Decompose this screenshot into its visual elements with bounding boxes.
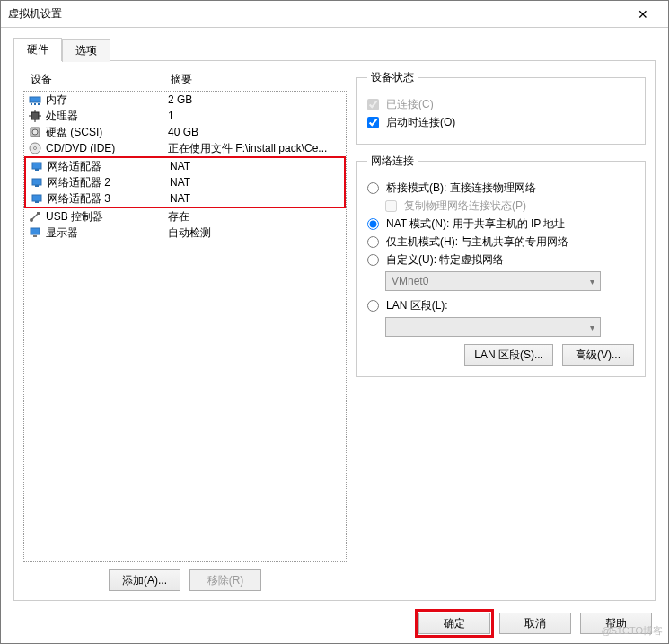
table-row[interactable]: 网络适配器 3 NAT (26, 190, 344, 207)
device-label: 处理器 (46, 109, 168, 124)
title-bar: 虚拟机设置 ✕ (1, 1, 668, 28)
hostonly-row: 仅主机模式(H): 与主机共享的专用网络 (367, 234, 634, 250)
custom-vmnet-select: VMnet0 ▾ (385, 271, 601, 291)
svg-rect-4 (31, 112, 39, 119)
table-row[interactable]: USB 控制器 存在 (24, 208, 346, 225)
svg-point-10 (32, 129, 38, 135)
bridged-radio[interactable] (367, 182, 379, 194)
cpu-icon (28, 109, 42, 123)
col-header-device: 设备 (27, 72, 171, 87)
advanced-button[interactable]: 高级(V)... (562, 344, 634, 366)
replicate-label: 复制物理网络连接状态(P) (404, 198, 526, 214)
content-area: 设备 摘要 内存 2 GB 处理器 1 硬 (13, 60, 656, 601)
nat-label: NAT 模式(N): 用于共享主机的 IP 地址 (386, 216, 565, 232)
table-row[interactable]: 硬盘 (SCSI) 40 GB (24, 124, 346, 140)
svg-rect-14 (35, 169, 39, 171)
svg-rect-21 (31, 228, 40, 234)
memory-icon (28, 93, 42, 107)
device-summary: 存在 (168, 209, 342, 225)
network-connection-group: 网络连接 桥接模式(B): 直接连接物理网络 复制物理网络连接状态(P) NAT… (356, 154, 646, 377)
connected-checkbox (367, 99, 379, 110)
cancel-button[interactable]: 取消 (499, 613, 571, 634)
svg-rect-22 (33, 235, 37, 237)
connect-at-power-on-row: 启动时连接(O) (367, 115, 634, 130)
left-panel: 设备 摘要 内存 2 GB 处理器 1 硬 (23, 70, 347, 591)
table-row[interactable]: 显示器 自动检测 (24, 225, 346, 241)
lan-segment-label: LAN 区段(L): (386, 298, 448, 313)
hostonly-radio[interactable] (367, 236, 379, 248)
close-button[interactable]: ✕ (625, 7, 661, 22)
svg-rect-1 (31, 103, 32, 105)
device-label: 网络适配器 2 (48, 175, 170, 190)
table-row[interactable]: CD/DVD (IDE) 正在使用文件 F:\install pack\Ce..… (24, 140, 346, 156)
nic-icon (30, 191, 44, 206)
lan-segment-select: ▾ (385, 317, 601, 337)
svg-rect-3 (38, 103, 40, 105)
device-label: 显示器 (46, 225, 168, 241)
chevron-down-icon: ▾ (590, 277, 594, 287)
custom-radio[interactable] (367, 254, 379, 266)
device-summary: NAT (170, 192, 340, 205)
network-connection-legend: 网络连接 (367, 154, 418, 169)
device-summary: 正在使用文件 F:\install pack\Ce... (168, 141, 342, 156)
window-title: 虚拟机设置 (8, 6, 625, 22)
svg-rect-0 (30, 97, 40, 102)
display-icon (28, 225, 42, 240)
table-row[interactable]: 内存 2 GB (24, 92, 346, 108)
bridged-label: 桥接模式(B): 直接连接物理网络 (386, 181, 536, 196)
tab-options[interactable]: 选项 (62, 39, 110, 62)
device-state-group: 设备状态 已连接(C) 启动时连接(O) (356, 70, 646, 145)
table-row[interactable]: 网络适配器 NAT (26, 158, 344, 174)
network-sub-buttons: LAN 区段(S)... 高级(V)... (367, 344, 634, 366)
add-device-button[interactable]: 添加(A)... (109, 569, 180, 591)
svg-rect-17 (32, 195, 41, 201)
hostonly-label: 仅主机模式(H): 与主机共享的专用网络 (386, 234, 568, 250)
lan-segment-row: LAN 区段(L): (367, 298, 634, 313)
tab-hardware[interactable]: 硬件 (13, 38, 62, 61)
ok-button[interactable]: 确定 (418, 613, 490, 634)
nat-radio[interactable] (367, 218, 379, 230)
connect-at-power-on-checkbox[interactable] (367, 117, 379, 128)
device-state-legend: 设备状态 (367, 70, 418, 85)
replicate-row: 复制物理网络连接状态(P) (385, 198, 634, 214)
custom-label: 自定义(U): 特定虚拟网络 (386, 252, 504, 268)
device-summary: 2 GB (168, 93, 342, 106)
lan-segments-button[interactable]: LAN 区段(S)... (464, 344, 553, 366)
device-label: 网络适配器 3 (48, 191, 170, 207)
remove-device-button: 移除(R) (189, 569, 261, 591)
custom-vmnet-value: VMnet0 (392, 275, 428, 287)
chevron-down-icon: ▾ (590, 322, 594, 332)
connected-label: 已连接(C) (386, 97, 434, 112)
nat-row: NAT 模式(N): 用于共享主机的 IP 地址 (367, 216, 634, 232)
device-summary: 自动检测 (168, 225, 342, 241)
replicate-checkbox (385, 200, 397, 212)
device-list-buttons: 添加(A)... 移除(R) (23, 562, 347, 591)
col-header-summary: 摘要 (171, 72, 343, 87)
table-row[interactable]: 处理器 1 (24, 108, 346, 124)
device-summary: 40 GB (168, 126, 342, 138)
device-label: 内存 (46, 93, 168, 108)
device-label: USB 控制器 (46, 209, 168, 225)
tab-strip: 硬件 选项 (1, 28, 668, 60)
device-summary: 1 (168, 110, 342, 122)
nic-icon (30, 175, 44, 190)
help-button[interactable]: 帮助 (580, 613, 652, 634)
connect-at-power-on-label: 启动时连接(O) (386, 115, 455, 130)
disk-icon (28, 125, 42, 139)
usb-icon (28, 209, 42, 224)
svg-rect-20 (37, 212, 40, 215)
connected-row: 已连接(C) (367, 97, 634, 112)
dialog-footer: 确定 取消 帮助 (418, 613, 652, 634)
device-summary: NAT (170, 160, 340, 172)
device-table-header: 设备 摘要 (23, 70, 347, 91)
right-panel: 设备状态 已连接(C) 启动时连接(O) 网络连接 桥接模式(B): 直接连接物… (356, 70, 646, 591)
lan-segment-radio[interactable] (367, 300, 379, 312)
svg-rect-15 (32, 179, 41, 185)
cd-icon (28, 141, 42, 155)
table-row[interactable]: 网络适配器 2 NAT (26, 174, 344, 190)
nic-icon (30, 159, 44, 173)
svg-point-12 (34, 147, 37, 150)
svg-rect-16 (35, 185, 39, 187)
device-summary: NAT (170, 176, 340, 189)
svg-rect-18 (35, 201, 39, 203)
